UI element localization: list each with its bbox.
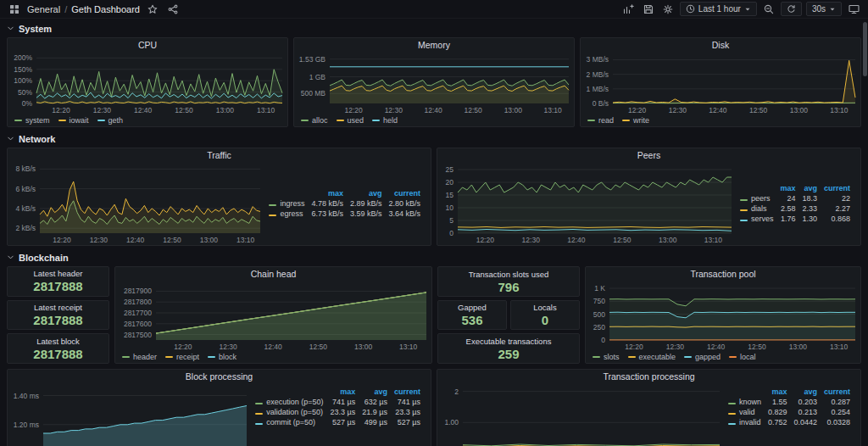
legend-series-executable[interactable]: executable: [628, 353, 676, 361]
svg-text:25: 25: [446, 165, 454, 174]
legend-series-alloc[interactable]: alloc: [301, 116, 328, 125]
svg-text:5: 5: [449, 216, 453, 225]
refresh-button[interactable]: [781, 2, 802, 16]
block-processing-legend: maxavgcurrentexecution (p=50)741 µs632 µ…: [252, 384, 431, 446]
stat-title[interactable]: Latest block: [36, 337, 80, 346]
chevron-down-icon: [7, 135, 14, 142]
panel-title-memory[interactable]: Memory: [294, 38, 574, 53]
svg-text:1.00: 1.00: [444, 418, 459, 426]
legend-series-write[interactable]: write: [622, 116, 649, 125]
legend-value: 0.287: [821, 397, 854, 407]
legend-series-gapped[interactable]: gapped: [684, 353, 721, 361]
legend-series-invalid[interactable]: invalid: [725, 417, 765, 427]
legend-series-ingress[interactable]: ingress: [265, 198, 308, 209]
legend-column-header: current: [385, 189, 424, 198]
legend-series-receipt[interactable]: receipt: [165, 353, 199, 361]
legend-series-iowait[interactable]: iowait: [58, 116, 89, 125]
legend-series-peers[interactable]: peers: [737, 193, 777, 203]
legend-series-local[interactable]: local: [729, 353, 756, 361]
panel-title-block-processing[interactable]: Block processing: [8, 370, 431, 384]
svg-text:0: 0: [449, 229, 453, 237]
panel-transaction-processing: Transaction processing 01.00212:2012:301…: [437, 369, 861, 446]
legend-table: maxavgcurrentingress4.78 kB/s2.89 kB/s2.…: [265, 189, 424, 219]
panel-title-transaction-pool[interactable]: Transaction pool: [586, 267, 860, 282]
legend-series-system[interactable]: system: [14, 116, 50, 125]
legend-series-geth[interactable]: geth: [97, 116, 124, 125]
row-header-network[interactable]: Network: [7, 132, 861, 145]
svg-text:50%: 50%: [18, 88, 32, 97]
chevron-down-icon: [7, 254, 14, 261]
panel-title-transaction-processing[interactable]: Transaction processing: [437, 370, 860, 384]
series-color-marker: [622, 120, 630, 121]
series-color-marker: [740, 199, 748, 201]
star-dashboard-icon[interactable]: [145, 3, 160, 16]
time-range-label: Last 1 hour: [698, 4, 741, 14]
legend-series-dials[interactable]: dials: [737, 203, 777, 214]
legend-series-egress[interactable]: egress: [265, 209, 308, 219]
stat-title[interactable]: Transaction slots used: [469, 270, 549, 279]
refresh-interval-picker[interactable]: 30s: [806, 2, 842, 16]
svg-text:4 kB/s: 4 kB/s: [15, 204, 36, 213]
legend-series-validation-p-50-[interactable]: validation (p=50): [252, 407, 326, 417]
scrollbar-thumb[interactable]: [863, 22, 867, 76]
apps-grid-icon[interactable]: [7, 3, 22, 16]
panel-traffic: Traffic 2 kB/s4 kB/s6 kB/s8 kB/s12:2012:…: [7, 148, 431, 246]
legend-series-execution-p-50-[interactable]: execution (p=50): [252, 397, 326, 407]
stat-title[interactable]: Latest header: [33, 269, 82, 278]
svg-text:12:30: 12:30: [93, 106, 112, 114]
panel-title-cpu[interactable]: CPU: [8, 38, 287, 53]
legend-series-commit-p-50-[interactable]: commit (p=50): [252, 417, 326, 427]
row-header-blockchain[interactable]: Blockchain: [7, 251, 861, 264]
series-color-marker: [208, 356, 215, 358]
stat-title[interactable]: Gapped: [458, 303, 487, 312]
cpu-legend: systemiowaitgeth: [8, 115, 287, 126]
legend-value: 0.203: [790, 397, 821, 407]
legend-value: 0.0442: [790, 417, 821, 427]
svg-text:10: 10: [446, 203, 454, 212]
share-dashboard-icon[interactable]: [165, 3, 181, 16]
legend-series-held[interactable]: held: [372, 116, 398, 125]
svg-text:1.40 ms: 1.40 ms: [14, 392, 39, 400]
stat-value: 536: [461, 313, 482, 327]
legend-value: 22: [821, 193, 854, 203]
panel-title-chain-head[interactable]: Chain head: [115, 267, 431, 282]
tv-mode-icon[interactable]: [846, 3, 861, 16]
panel-title-peers[interactable]: Peers: [437, 148, 860, 163]
breadcrumb-folder[interactable]: General: [27, 4, 60, 14]
legend-series-slots[interactable]: slots: [593, 353, 620, 361]
legend-value: 2.80 kB/s: [385, 198, 424, 209]
breadcrumb-dashboard[interactable]: Geth Dashboard: [71, 4, 140, 14]
panel-title-traffic[interactable]: Traffic: [8, 148, 431, 163]
row-title: Blockchain: [19, 253, 69, 263]
series-color-marker: [337, 120, 344, 121]
series-color-marker: [628, 356, 636, 358]
save-dashboard-icon[interactable]: [641, 3, 656, 16]
dashboard-body: System CPU 0%50%100%150%200%12:2012:3012…: [0, 22, 868, 446]
series-color-marker: [728, 413, 736, 415]
zoom-out-icon[interactable]: [761, 3, 776, 16]
panel-title-disk[interactable]: Disk: [581, 38, 860, 53]
legend-series-serves[interactable]: serves: [737, 214, 777, 224]
svg-text:12:40: 12:40: [424, 106, 442, 114]
legend-series-header[interactable]: header: [122, 353, 157, 361]
legend-series-block[interactable]: block: [208, 353, 236, 361]
add-panel-icon[interactable]: [621, 3, 637, 16]
refresh-interval-label: 30s: [812, 4, 826, 14]
svg-text:13:10: 13:10: [236, 236, 255, 244]
legend-row: egress6.73 kB/s3.59 kB/s3.64 kB/s: [265, 209, 424, 219]
stat-title[interactable]: Executable transactions: [466, 337, 552, 346]
row-title: System: [19, 24, 52, 34]
legend-series-used[interactable]: used: [337, 116, 364, 125]
peers-legend: maxavgcurrentpeers2418.322dials2.582.332…: [737, 163, 860, 245]
legend-series-valid[interactable]: valid: [725, 407, 765, 417]
legend-series-read[interactable]: read: [587, 116, 614, 125]
settings-gear-icon[interactable]: [660, 3, 676, 16]
stat-title[interactable]: Locals: [533, 303, 556, 312]
series-color-marker: [593, 356, 600, 358]
legend-series-known[interactable]: known: [725, 397, 765, 407]
row-header-system[interactable]: System: [7, 22, 861, 35]
panel-memory: Memory 500 MB1 GB1.53 GB12:2012:3012:401…: [293, 37, 575, 127]
legend-row: serves1.761.300.868: [737, 214, 854, 224]
stat-title[interactable]: Latest receipt: [34, 303, 82, 312]
time-range-picker[interactable]: Last 1 hour: [680, 2, 757, 16]
